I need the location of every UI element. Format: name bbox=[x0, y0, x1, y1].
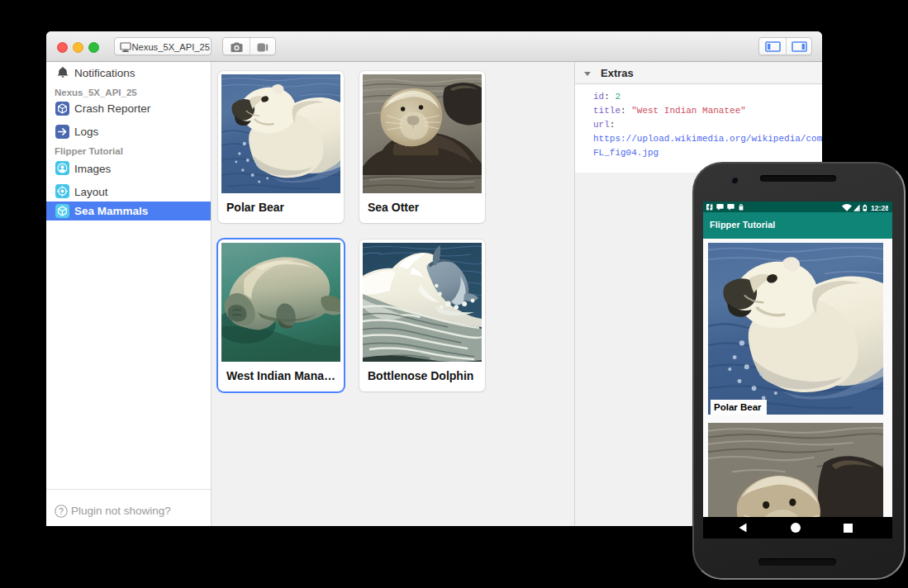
svg-text:?: ? bbox=[59, 506, 64, 516]
svg-text:12:28: 12:28 bbox=[871, 204, 888, 211]
